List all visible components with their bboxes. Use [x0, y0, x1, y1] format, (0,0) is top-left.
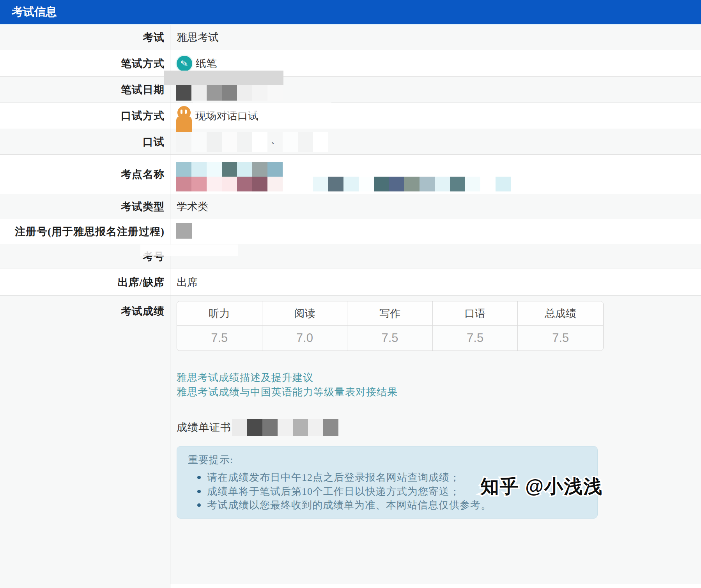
exam-label: 考试: [0, 25, 170, 50]
oral-date-redaction-mosaic: [176, 132, 328, 152]
page-title: 考试信息: [0, 0, 701, 25]
score-table: 听力 阅读 写作 口语 总成绩 7.5 7.0 7.5 7.5 7.5: [177, 301, 604, 351]
row-candidate-number: 考号: [0, 244, 701, 269]
row-scores: 考试成绩 听力 阅读 写作 口语 总成绩 7.5 7.0 7.5 7.5 7.5…: [0, 295, 701, 584]
written-date-redaction-bar: [164, 71, 283, 85]
exam-type-label: 考试类型: [0, 194, 170, 219]
attendance-label: 出席/缺席: [0, 269, 170, 295]
score-header-reading: 阅读: [262, 301, 348, 326]
score-description-link[interactable]: 雅思考试成绩描述及提升建议: [177, 370, 701, 385]
exam-info-page: 考试信息 考试 雅思考试 笔试方式 ✎ 纸笔 笔试日期 口试方式 现场对话口试 …: [0, 0, 701, 588]
scores-label: 考试成绩: [0, 296, 170, 584]
written-date-label: 笔试日期: [0, 77, 170, 103]
registration-number-value: [170, 219, 701, 244]
candidate-number-value: [170, 244, 701, 269]
row-oral-method: 口试方式 现场对话口试: [0, 103, 701, 129]
score-header-overall: 总成绩: [518, 301, 603, 326]
venue-redaction-mosaic-bottom: [176, 177, 511, 191]
score-value-reading: 7.0: [262, 326, 348, 351]
score-value-writing: 7.5: [347, 326, 433, 351]
oral-date-remnant-text: 、: [271, 133, 281, 147]
row-written-date: 笔试日期: [0, 76, 701, 103]
score-value-overall: 7.5: [518, 326, 603, 351]
exam-value: 雅思考试: [170, 25, 701, 50]
oral-method-label: 口试方式: [0, 103, 170, 129]
cse-mapping-link[interactable]: 雅思考试成绩与中国英语能力等级量表对接结果: [177, 385, 701, 399]
certificate-redaction: [232, 419, 338, 436]
row-exam: 考试 雅思考试: [0, 25, 701, 50]
registration-number-redaction: [176, 223, 192, 239]
score-header-listening: 听力: [177, 301, 262, 326]
score-header-speaking: 口语: [433, 301, 518, 326]
watermark: 知乎 @小浅浅: [480, 474, 603, 499]
score-header-writing: 写作: [347, 301, 433, 326]
pencil-icon: ✎: [177, 56, 192, 71]
partial-bottom-value: [170, 584, 701, 588]
row-partial-bottom: [0, 584, 701, 588]
row-registration-number: 注册号(用于雅思报名注册过程): [0, 219, 701, 244]
score-value-speaking: 7.5: [433, 326, 518, 351]
scores-area: 听力 阅读 写作 口语 总成绩 7.5 7.0 7.5 7.5 7.5 雅思考试…: [170, 296, 701, 584]
candidate-number-blur: [140, 244, 238, 256]
written-method-text: 纸笔: [196, 57, 217, 71]
venue-redaction-mosaic-top: [176, 162, 283, 177]
notice-title: 重要提示:: [188, 453, 586, 467]
written-date-redaction-mosaic: [176, 85, 283, 101]
row-written-method: 笔试方式 ✎ 纸笔: [0, 50, 701, 76]
certificate-label: 成绩单证书: [177, 420, 231, 434]
registration-number-label: 注册号(用于雅思报名注册过程): [0, 219, 170, 244]
written-method-label: 笔试方式: [0, 50, 170, 76]
oral-date-label: 口试: [0, 129, 170, 154]
person-icon-eye: [181, 110, 182, 114]
oral-method-blur: [193, 103, 331, 113]
score-links: 雅思考试成绩描述及提升建议 雅思考试成绩与中国英语能力等级量表对接结果: [177, 370, 701, 399]
partial-bottom-label: [0, 584, 170, 588]
notice-item: 考试成绩以您最终收到的成绩单为准、本网站信息仅供参考。: [196, 498, 586, 512]
row-oral-date: 口试: [0, 129, 701, 154]
row-attendance: 出席/缺席 出席: [0, 269, 701, 295]
certificate-line: 成绩单证书: [177, 419, 701, 436]
person-speaking-icon: [176, 106, 192, 136]
attendance-value: 出席: [170, 269, 701, 295]
venue-label: 考点名称: [0, 155, 170, 194]
row-exam-type: 考试类型 学术类: [0, 194, 701, 219]
exam-type-value: 学术类: [170, 194, 701, 219]
score-value-listening: 7.5: [177, 326, 262, 351]
person-icon-eye: [185, 110, 187, 114]
